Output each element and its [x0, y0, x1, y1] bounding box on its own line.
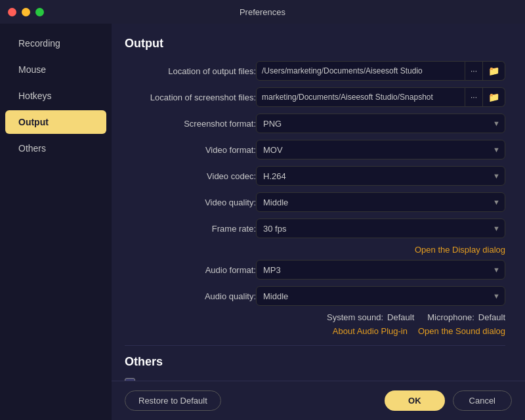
audio-format-select[interactable]: MP3 AAC M4A WAV	[256, 260, 505, 280]
audio-format-label: Audio format:	[125, 265, 256, 275]
screenshot-location-input-group: ··· 📁	[256, 87, 505, 107]
audio-quality-row: Audio quality: Low Middle High ▼	[125, 286, 505, 306]
video-quality-row: Video quality: Low Middle High Lossless …	[125, 192, 505, 212]
sidebar-item-recording[interactable]: Recording	[5, 32, 106, 55]
sidebar-item-output[interactable]: Output	[5, 110, 106, 134]
video-codec-label: Video codec:	[125, 171, 256, 181]
sidebar-item-others[interactable]: Others	[5, 136, 106, 160]
about-audio-plugin-link[interactable]: About Audio Plug-in	[333, 326, 408, 336]
output-location-label: Location of output files:	[125, 66, 256, 76]
sidebar: Recording Mouse Hotkeys Output Others	[0, 24, 112, 420]
screenshot-location-input[interactable]	[256, 87, 465, 107]
traffic-lights	[8, 8, 44, 16]
open-display-dialog-link[interactable]: Open the Display dialog	[415, 245, 505, 255]
minimize-button[interactable]	[22, 8, 30, 16]
system-sound-label: System sound:	[327, 312, 383, 322]
microphone-label: Microphone:	[427, 312, 474, 322]
video-format-row: Video format: MOV MP4 AVI MKV ▼	[125, 140, 505, 159]
screenshot-location-dots-button[interactable]: ···	[465, 87, 483, 107]
restore-default-button[interactable]: Restore to Default	[125, 390, 221, 411]
output-location-input[interactable]	[256, 61, 465, 81]
video-format-label: Video format:	[125, 145, 256, 155]
cancel-button[interactable]: Cancel	[453, 390, 512, 411]
screenshot-format-label: Screenshot format:	[125, 119, 256, 129]
others-section-title: Others	[125, 355, 505, 369]
frame-rate-select[interactable]: 15 fps 20 fps 30 fps 60 fps	[256, 219, 505, 238]
ok-button[interactable]: OK	[385, 390, 445, 411]
folder-icon-2: 📁	[488, 92, 499, 102]
video-codec-select-wrapper: H.264 H.265 VP9 ▼	[256, 166, 505, 186]
video-codec-select[interactable]: H.264 H.265 VP9	[256, 166, 505, 186]
screenshot-location-folder-button[interactable]: 📁	[483, 87, 505, 107]
audio-links-row: About Audio Plug-in Open the Sound dialo…	[125, 326, 505, 336]
screenshot-format-select-wrapper: PNG JPG BMP ▼	[256, 114, 505, 133]
audio-info-row: System sound: Default Microphone: Defaul…	[125, 312, 505, 322]
title-bar: Preferences	[0, 0, 525, 24]
content-area: Output Location of output files: ··· 📁 L…	[112, 24, 525, 420]
microphone-value: Default	[478, 312, 505, 322]
output-location-row: Location of output files: ··· 📁	[125, 61, 505, 81]
screenshot-format-row: Screenshot format: PNG JPG BMP ▼	[125, 114, 505, 133]
folder-icon: 📁	[488, 66, 499, 76]
video-format-select-wrapper: MOV MP4 AVI MKV ▼	[256, 140, 505, 159]
output-location-dots-button[interactable]: ···	[465, 61, 483, 81]
frame-rate-select-wrapper: 15 fps 20 fps 30 fps 60 fps ▼	[256, 219, 505, 238]
sidebar-item-mouse[interactable]: Mouse	[5, 58, 106, 81]
audio-quality-select[interactable]: Low Middle High	[256, 286, 505, 306]
screenshot-format-select[interactable]: PNG JPG BMP	[256, 114, 505, 133]
action-buttons: OK Cancel	[385, 390, 512, 411]
system-sound-group: System sound: Default	[327, 312, 414, 322]
audio-quality-select-wrapper: Low Middle High ▼	[256, 286, 505, 306]
video-format-select[interactable]: MOV MP4 AVI MKV	[256, 140, 505, 159]
section-divider	[125, 345, 505, 346]
video-quality-label: Video quality:	[125, 198, 256, 207]
audio-format-select-wrapper: MP3 AAC M4A WAV ▼	[256, 260, 505, 280]
screenshot-location-row: Location of screenshot files: ··· 📁	[125, 87, 505, 107]
system-sound-value: Default	[387, 312, 414, 322]
frame-rate-row: Frame rate: 15 fps 20 fps 30 fps 60 fps …	[125, 219, 505, 238]
audio-quality-label: Audio quality:	[125, 291, 256, 301]
video-quality-select-wrapper: Low Middle High Lossless ▼	[256, 192, 505, 212]
sidebar-item-hotkeys[interactable]: Hotkeys	[5, 84, 106, 108]
video-quality-select[interactable]: Low Middle High Lossless	[256, 192, 505, 212]
close-button[interactable]	[8, 8, 16, 16]
maximize-button[interactable]	[35, 8, 44, 16]
bottom-bar: Restore to Default OK Cancel	[112, 381, 525, 420]
display-dialog-link-row: Open the Display dialog	[125, 245, 505, 255]
main-layout: Recording Mouse Hotkeys Output Others Ou…	[0, 24, 525, 420]
window-title: Preferences	[240, 7, 285, 17]
output-section-title: Output	[125, 37, 505, 51]
microphone-group: Microphone: Default	[427, 312, 505, 322]
open-sound-dialog-link[interactable]: Open the Sound dialog	[418, 326, 505, 336]
frame-rate-label: Frame rate:	[125, 224, 256, 234]
audio-format-row: Audio format: MP3 AAC M4A WAV ▼	[125, 260, 505, 280]
screenshot-location-label: Location of screenshot files:	[125, 93, 256, 102]
video-codec-row: Video codec: H.264 H.265 VP9 ▼	[125, 166, 505, 186]
output-location-folder-button[interactable]: 📁	[483, 61, 505, 81]
output-location-input-group: ··· 📁	[256, 61, 505, 81]
